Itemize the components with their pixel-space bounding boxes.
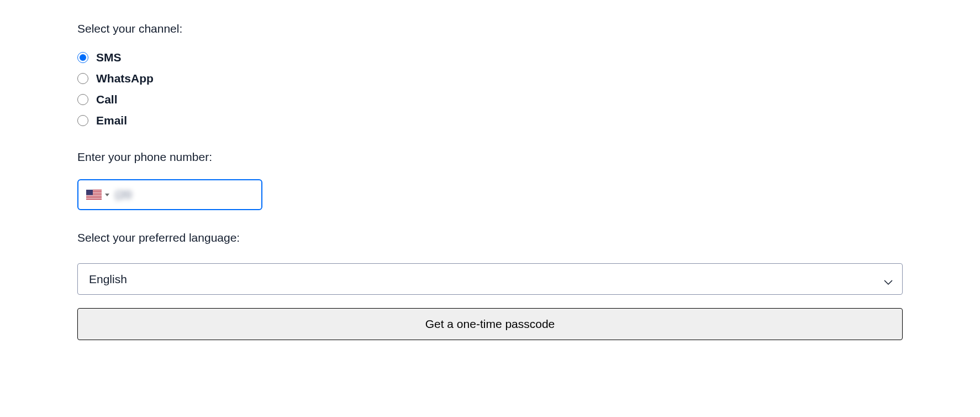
- radio-sms[interactable]: [77, 52, 88, 63]
- radio-label-whatsapp: WhatsApp: [96, 72, 154, 85]
- svg-rect-5: [86, 196, 102, 197]
- channel-label: Select your channel:: [77, 22, 903, 35]
- channel-option-email[interactable]: Email: [77, 114, 903, 127]
- phone-label: Enter your phone number:: [77, 150, 903, 164]
- radio-whatsapp[interactable]: [77, 73, 88, 84]
- radio-label-sms: SMS: [96, 51, 122, 64]
- language-label: Select your preferred language:: [77, 231, 903, 244]
- phone-field[interactable]: [115, 188, 254, 201]
- language-select[interactable]: English: [77, 263, 903, 295]
- us-flag-icon: [86, 190, 102, 200]
- otp-form: Select your channel: SMS WhatsApp Call E…: [77, 22, 903, 340]
- channel-option-sms[interactable]: SMS: [77, 51, 903, 64]
- radio-call[interactable]: [77, 94, 88, 105]
- svg-rect-7: [86, 190, 93, 195]
- language-select-wrap: English: [77, 263, 903, 308]
- svg-rect-6: [86, 198, 102, 199]
- channel-option-call[interactable]: Call: [77, 93, 903, 106]
- channel-option-whatsapp[interactable]: WhatsApp: [77, 72, 903, 85]
- radio-label-call: Call: [96, 93, 118, 106]
- phone-input[interactable]: [77, 179, 262, 210]
- country-select[interactable]: [86, 190, 109, 200]
- caret-down-icon: [105, 194, 109, 196]
- get-passcode-button[interactable]: Get a one-time passcode: [77, 308, 903, 340]
- svg-rect-4: [86, 195, 102, 196]
- channel-options: SMS WhatsApp Call Email: [77, 51, 903, 127]
- radio-email[interactable]: [77, 115, 88, 126]
- radio-label-email: Email: [96, 114, 127, 127]
